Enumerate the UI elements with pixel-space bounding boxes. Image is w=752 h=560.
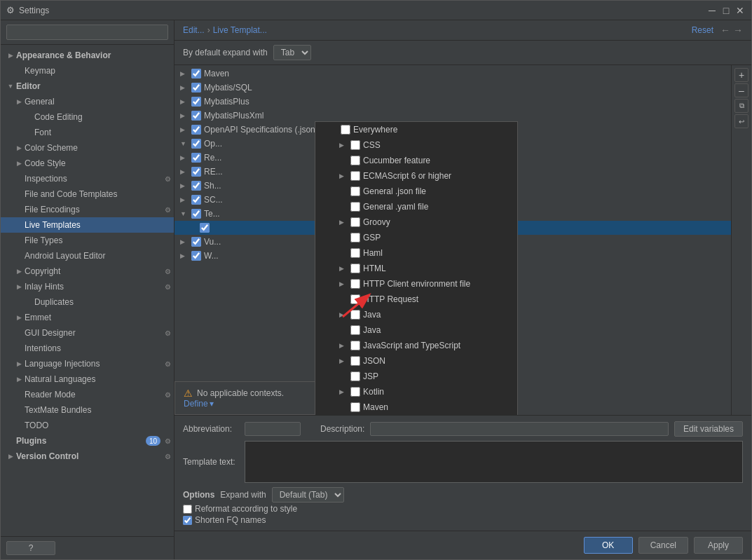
template-checkbox-highlighted[interactable] [200, 223, 210, 233]
dd-check-jsp[interactable] [350, 371, 360, 381]
sidebar-item-appearance[interactable]: ▶ Appearance & Behavior [1, 48, 174, 63]
copy-button[interactable]: ⧉ [734, 99, 748, 113]
breadcrumb-live-templates[interactable]: Live Templat... [213, 25, 267, 35]
dd-item-json[interactable]: ▶ JSON [315, 353, 517, 369]
sidebar-item-version-control[interactable]: ▶ Version Control ⚙ [1, 449, 174, 464]
dd-check-haml[interactable] [350, 248, 360, 258]
template-checkbox-mybatisplusxml[interactable] [191, 111, 201, 121]
template-group-mybatis-sql[interactable]: ▶ Mybatis/SQL [175, 81, 732, 95]
dd-check-general-json[interactable] [350, 186, 360, 196]
template-checkbox-mybatis-sql[interactable] [191, 83, 201, 93]
dd-check-cucumber[interactable] [350, 156, 360, 165]
template-checkbox-te[interactable] [191, 209, 201, 219]
sidebar-item-file-encodings[interactable]: File Encodings ⚙ [1, 202, 174, 217]
remove-button[interactable]: – [734, 83, 748, 97]
expand-with-select[interactable]: Default (Tab) [272, 487, 344, 503]
dd-check-json[interactable] [350, 356, 360, 366]
dd-check-java-plain[interactable] [350, 325, 360, 335]
close-button[interactable]: ✕ [734, 5, 746, 16]
sidebar-item-lang-injections[interactable]: ▶ Language Injections ⚙ [1, 356, 174, 371]
dd-item-groovy[interactable]: ▶ Groovy [315, 214, 517, 230]
sidebar-item-emmet[interactable]: ▶ Emmet [1, 310, 174, 325]
dd-item-kotlin[interactable]: ▶ Kotlin [315, 384, 517, 399]
breadcrumb-edit[interactable]: Edit... [183, 25, 205, 35]
dd-item-css[interactable]: ▶ CSS [315, 137, 517, 153]
template-checkbox-maven[interactable] [191, 69, 201, 78]
dd-item-js-ts[interactable]: ▶ JavaScript and TypeScript [315, 338, 517, 353]
dd-check-css[interactable] [350, 140, 360, 150]
template-checkbox-sc[interactable] [191, 195, 201, 205]
dd-check-ecmascript[interactable] [350, 171, 360, 181]
template-checkbox-openapi[interactable] [191, 125, 201, 135]
template-group-mybatisplus[interactable]: ▶ MybatisPlus [175, 95, 732, 109]
reformat-checkbox[interactable] [183, 505, 192, 514]
dd-item-gsp[interactable]: GSP [315, 230, 517, 245]
dd-item-jsp[interactable]: JSP [315, 369, 517, 384]
sidebar-item-file-code-templates[interactable]: File and Code Templates [1, 186, 174, 202]
dd-item-haml[interactable]: Haml [315, 245, 517, 261]
search-input[interactable] [6, 25, 168, 40]
sidebar-item-natural-languages[interactable]: ▶ Natural Languages [1, 371, 174, 387]
edit-variables-button[interactable]: Edit variables [674, 421, 743, 437]
sidebar-item-android-layout[interactable]: Android Layout Editor [1, 248, 174, 264]
cancel-button[interactable]: Cancel [638, 537, 688, 554]
dd-item-ecmascript[interactable]: ▶ ECMAScript 6 or higher [315, 168, 517, 184]
abbreviation-input[interactable] [245, 422, 301, 436]
dd-check-general-yaml[interactable] [350, 202, 360, 212]
sidebar-item-textmate[interactable]: TextMate Bundles [1, 402, 174, 418]
template-checkbox-sh[interactable] [191, 181, 201, 191]
shorten-fq-checkbox[interactable] [183, 516, 192, 525]
minimize-button[interactable]: ─ [706, 5, 718, 16]
template-checkbox-w[interactable] [191, 251, 201, 261]
sidebar-item-inspections[interactable]: Inspections ⚙ [1, 171, 174, 186]
help-button[interactable]: ? [6, 541, 55, 555]
sidebar-item-inlay-hints[interactable]: ▶ Inlay Hints ⚙ [1, 279, 174, 294]
maximize-button[interactable]: □ [720, 5, 732, 16]
dd-item-general-json[interactable]: General .json file [315, 184, 517, 199]
forward-button[interactable]: → [733, 25, 743, 36]
dd-check-groovy[interactable] [350, 217, 360, 227]
sidebar-item-copyright[interactable]: ▶ Copyright ⚙ [1, 264, 174, 279]
sidebar-item-todo[interactable]: TODO [1, 418, 174, 433]
sidebar-item-gui-designer[interactable]: GUI Designer ⚙ [1, 325, 174, 341]
dd-check-maven[interactable] [350, 402, 360, 412]
dd-item-maven[interactable]: Maven [315, 399, 517, 415]
template-checkbox-mybatisplus[interactable] [191, 97, 201, 107]
sidebar-item-intentions[interactable]: Intentions [1, 341, 174, 356]
template-checkbox-op[interactable] [191, 139, 201, 149]
dd-check-gsp[interactable] [350, 233, 360, 243]
dd-check-everywhere[interactable] [341, 125, 350, 135]
sidebar-item-duplicates[interactable]: Duplicates [1, 294, 174, 310]
sidebar-item-code-editing[interactable]: Code Editing [1, 109, 174, 125]
template-group-maven[interactable]: ▶ Maven [175, 67, 732, 81]
sidebar-item-font[interactable]: Font [1, 125, 174, 140]
sidebar-item-live-templates[interactable]: Live Templates [1, 217, 174, 233]
sidebar-item-plugins[interactable]: Plugins 10 ⚙ [1, 433, 174, 449]
sidebar-item-editor[interactable]: ▼ Editor [1, 78, 174, 94]
dd-check-js-ts[interactable] [350, 341, 360, 350]
description-input[interactable] [370, 422, 669, 436]
sidebar-item-reader-mode[interactable]: Reader Mode ⚙ [1, 387, 174, 402]
template-group-mybatisplusxml[interactable]: ▶ MybatisPlusXml [175, 109, 732, 123]
sidebar-item-general[interactable]: ▶ General [1, 94, 174, 109]
back-button[interactable]: ← [720, 25, 730, 36]
ok-button[interactable]: OK [584, 537, 633, 554]
dd-check-kotlin[interactable] [350, 387, 360, 397]
sidebar-item-color-scheme[interactable]: ▶ Color Scheme [1, 140, 174, 156]
reset-button[interactable]: Reset [692, 25, 713, 35]
template-checkbox-vu[interactable] [191, 237, 201, 247]
dd-item-everywhere[interactable]: Everywhere [315, 122, 517, 137]
dd-item-html[interactable]: ▶ HTML [315, 261, 517, 276]
dd-item-cucumber[interactable]: Cucumber feature [315, 153, 517, 168]
dd-item-general-yaml[interactable]: General .yaml file [315, 199, 517, 214]
define-link[interactable]: Define ▾ [184, 399, 327, 409]
sidebar-item-file-types[interactable]: File Types [1, 233, 174, 248]
apply-button[interactable]: Apply [694, 537, 743, 554]
expand-select[interactable]: Tab [273, 45, 311, 60]
template-checkbox-re[interactable] [191, 153, 201, 163]
dd-check-html[interactable] [350, 264, 360, 273]
sidebar-item-code-style[interactable]: ▶ Code Style [1, 156, 174, 171]
add-button[interactable]: + [734, 68, 748, 82]
sidebar-item-keymap[interactable]: Keymap [1, 63, 174, 78]
undo-button[interactable]: ↩ [734, 114, 748, 128]
